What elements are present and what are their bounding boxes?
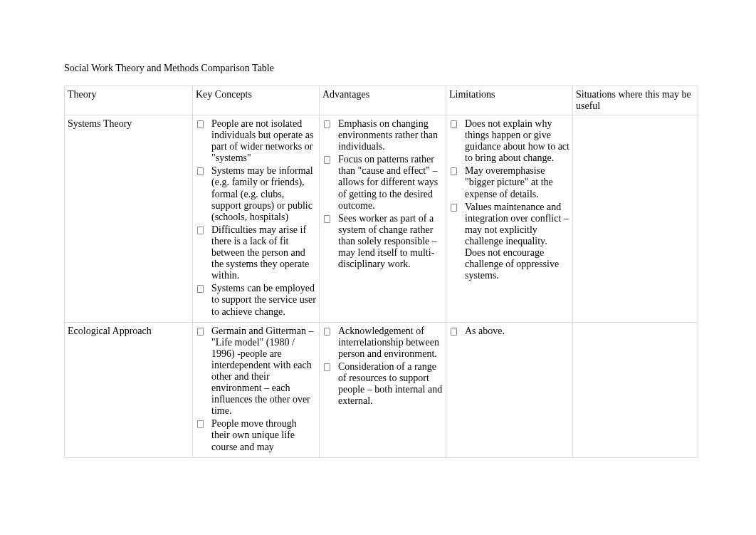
list-item: Values maintenance and integration over … bbox=[449, 202, 569, 282]
list-item: Difficulties may arise if there is a lac… bbox=[196, 224, 316, 281]
table-row: Ecological Approach Germain and Gitterma… bbox=[65, 322, 698, 457]
cell-situations bbox=[573, 322, 698, 457]
cell-theory: Systems Theory bbox=[65, 115, 193, 323]
list-item: May overemphasise "bigger picture" at th… bbox=[449, 165, 569, 199]
cell-situations bbox=[573, 115, 698, 323]
list-item: Acknowledgement of interrelationship bet… bbox=[322, 326, 443, 360]
comparison-table: Theory Key Concepts Advantages Limitatio… bbox=[64, 85, 698, 458]
header-advantages: Advantages bbox=[320, 86, 446, 115]
table-row: Systems Theory People are not isolated i… bbox=[65, 115, 698, 323]
table-header-row: Theory Key Concepts Advantages Limitatio… bbox=[65, 86, 698, 115]
cell-key-concepts: Germain and Gitterman – "Life model" (19… bbox=[193, 322, 320, 457]
page-title: Social Work Theory and Methods Compariso… bbox=[64, 63, 692, 74]
list-item: Sees worker as part of a system of chang… bbox=[322, 213, 443, 270]
list-item: People move through their own unique lif… bbox=[196, 418, 316, 452]
list-item: Emphasis on changing environments rather… bbox=[322, 118, 443, 152]
list-item: Consideration of a range of resources to… bbox=[322, 361, 443, 407]
list-item: As above. bbox=[449, 326, 569, 337]
cell-limitations: As above. bbox=[446, 322, 573, 457]
list-item: Does not explain why things happen or gi… bbox=[449, 118, 569, 164]
list-item: Focus on patterns rather than "cause and… bbox=[322, 154, 443, 211]
list-item: Germain and Gitterman – "Life model" (19… bbox=[196, 326, 316, 417]
header-situations: Situations where this may be useful bbox=[573, 86, 698, 115]
cell-advantages: Emphasis on changing environments rather… bbox=[320, 115, 446, 323]
cell-key-concepts: People are not isolated individuals but … bbox=[193, 115, 320, 323]
header-key-concepts: Key Concepts bbox=[193, 86, 320, 115]
list-item: People are not isolated individuals but … bbox=[196, 118, 316, 164]
cell-advantages: Acknowledgement of interrelationship bet… bbox=[320, 322, 446, 457]
cell-theory: Ecological Approach bbox=[65, 322, 193, 457]
header-limitations: Limitations bbox=[446, 86, 573, 115]
list-item: Systems can be employed to support the s… bbox=[196, 283, 316, 317]
header-theory: Theory bbox=[65, 86, 193, 115]
list-item: Systems may be informal (e.g. family or … bbox=[196, 165, 316, 222]
cell-limitations: Does not explain why things happen or gi… bbox=[446, 115, 573, 323]
